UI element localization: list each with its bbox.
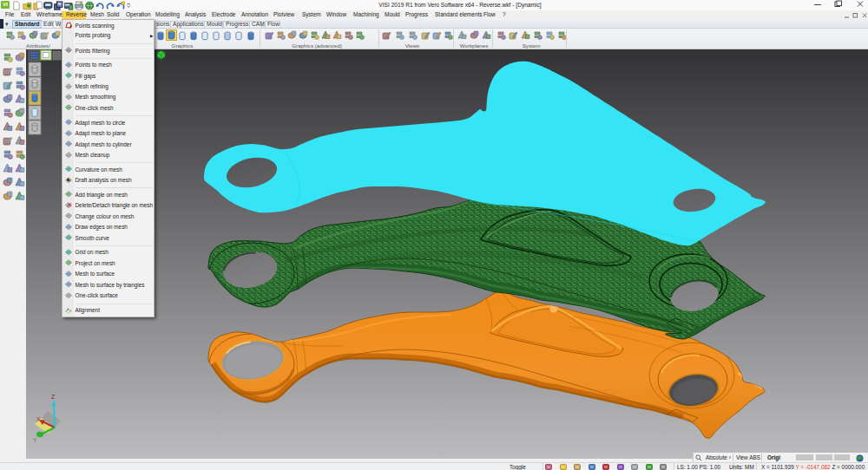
svg-text:X: X [36, 416, 41, 422]
svg-text:Z: Z [51, 394, 56, 400]
svg-text:Y: Y [33, 437, 37, 443]
